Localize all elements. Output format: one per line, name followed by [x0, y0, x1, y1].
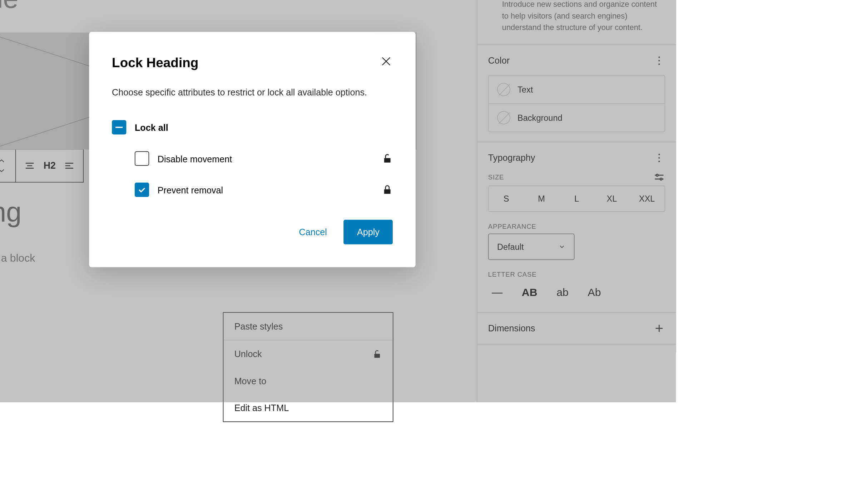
- modal-title: Lock Heading: [112, 55, 198, 71]
- close-modal-button[interactable]: [380, 55, 393, 71]
- lock-modal: Lock Heading Choose specific attributes …: [89, 32, 415, 267]
- lock-icon: [382, 184, 393, 195]
- disable-movement-checkbox[interactable]: [135, 151, 149, 165]
- svg-rect-43: [384, 189, 391, 194]
- modal-description: Choose specific attributes to restrict o…: [112, 87, 393, 98]
- prevent-removal-checkbox[interactable]: [135, 183, 149, 197]
- unlock-icon: [382, 153, 393, 164]
- prevent-removal-label: Prevent removal: [158, 185, 223, 195]
- lock-all-checkbox[interactable]: [112, 120, 126, 134]
- svg-rect-42: [384, 158, 391, 163]
- cancel-button[interactable]: Cancel: [288, 220, 338, 244]
- apply-button[interactable]: Apply: [344, 220, 393, 244]
- disable-movement-label: Disable movement: [158, 153, 232, 164]
- lock-all-label: Lock all: [135, 122, 168, 133]
